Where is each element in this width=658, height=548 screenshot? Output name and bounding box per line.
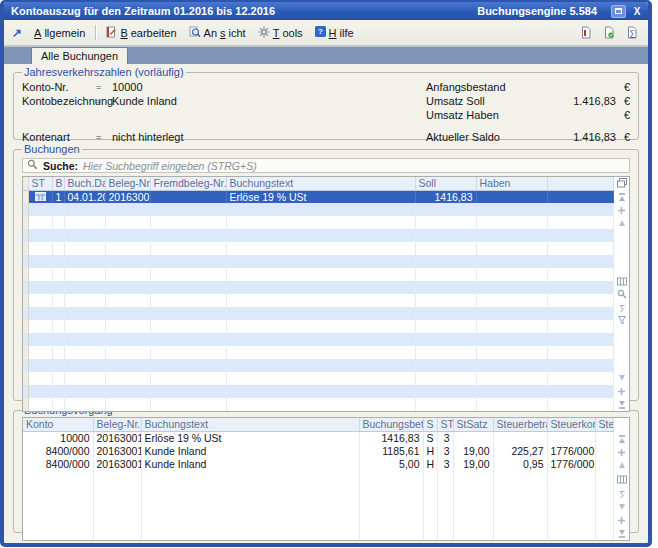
- maximize-icon: [615, 8, 622, 14]
- copy-icon[interactable]: [616, 178, 627, 188]
- tabstrip: Alle Buchungen: [4, 46, 648, 64]
- jahresverkehrszahlen-group: Jahresverkehrszahlen (vorläufig) Konto-N…: [13, 66, 639, 140]
- empty-row: [23, 346, 614, 359]
- jump-top-icon[interactable]: [616, 434, 627, 444]
- empty-row: [23, 268, 614, 281]
- vorgang-row[interactable]: 8400/000 20163001 Kunde Inland 1185,61 H…: [23, 444, 614, 457]
- jump-bottom-icon[interactable]: [616, 528, 627, 538]
- menu-bearbeiten[interactable]: Bearbeiten: [100, 24, 182, 42]
- menubar: ↗ Allgemein Bearbeiten Ansicht Tools ? H…: [4, 20, 648, 46]
- close-button[interactable]: X: [631, 6, 643, 17]
- field-umsatz-soll: Umsatz Soll1.416,83€: [426, 94, 630, 108]
- cell-soll: 1416,83: [415, 190, 476, 203]
- empty-row: [23, 333, 614, 346]
- empty-row: [23, 398, 614, 411]
- jump-top-icon[interactable]: [616, 192, 627, 202]
- append-row-icon[interactable]: [616, 386, 627, 396]
- search-bar[interactable]: Suche: Hier Suchbegriff eingeben (STRG+S…: [22, 158, 630, 173]
- col-header-s[interactable]: S: [423, 418, 437, 431]
- tab-alle-buchungen[interactable]: Alle Buchungen: [31, 47, 128, 64]
- vorgang-row[interactable]: 8400/000 20163001 Kunde Inland 5,00 H 3 …: [23, 457, 614, 470]
- empty-row: [23, 229, 614, 242]
- zoom-icon[interactable]: [616, 289, 627, 299]
- insert-row-icon[interactable]: [616, 447, 627, 457]
- empty-row: [23, 294, 614, 307]
- col-header-st2[interactable]: ST: [437, 418, 453, 431]
- app-name: Buchungsengine 5.584: [477, 5, 597, 17]
- move-down-icon[interactable]: [616, 373, 627, 383]
- col-header-st[interactable]: ST: [28, 177, 52, 190]
- col-header-buchungstext2[interactable]: Buchungstext: [141, 418, 359, 431]
- sum-icon[interactable]: ∑: [616, 302, 627, 312]
- window-title: Kontoauszug für den Zeitraum 01.2016 bis…: [11, 5, 477, 17]
- svg-text:∑: ∑: [619, 488, 625, 498]
- jahresverkehrszahlen-legend: Jahresverkehrszahlen (vorläufig): [22, 66, 186, 78]
- equals-glyph: =: [96, 96, 112, 106]
- vorgang-row[interactable]: 10000 20163001 Erlöse 19 % USt 1416,83 S…: [23, 431, 614, 444]
- col-header-fremdbeleg-nr[interactable]: Fremdbeleg-Nr.: [150, 177, 226, 190]
- move-up-icon[interactable]: [616, 460, 627, 470]
- field-umsatz-haben: Umsatz Haben€: [426, 108, 630, 122]
- append-row-icon[interactable]: [616, 515, 627, 525]
- empty-row: [23, 307, 614, 320]
- help-icon: ?: [315, 26, 326, 39]
- menu-tools[interactable]: Tools: [252, 24, 309, 42]
- buchungen-group: Buchungen Suche: Hier Suchbegriff eingeb…: [13, 143, 639, 401]
- move-up-icon[interactable]: [616, 218, 627, 228]
- export-check-icon[interactable]: [601, 26, 617, 40]
- col-header-b[interactable]: B: [52, 177, 64, 190]
- buchungen-header-row: ST B Buch.Dat. Beleg-Nr. Fremdbeleg-Nr. …: [23, 177, 614, 190]
- buchungsvorgang-group: Buchungsvorgang Konto Beleg-Nr. Buchungs…: [13, 404, 639, 533]
- buchungen-legend: Buchungen: [22, 143, 82, 155]
- empty-row: [23, 372, 614, 385]
- menu-hilfe[interactable]: ? Hilfe: [309, 24, 360, 41]
- buchungsvorgang-table: Konto Beleg-Nr. Buchungstext Buchungsbet…: [22, 417, 630, 541]
- col-header-soll[interactable]: Soll: [415, 177, 476, 190]
- empty-row: [23, 216, 614, 229]
- svg-text:?: ?: [318, 27, 323, 36]
- empty-row: [23, 255, 614, 268]
- col-header-haben[interactable]: Haben: [476, 177, 547, 190]
- sum-icon[interactable]: ∑: [616, 488, 627, 498]
- columns-icon[interactable]: [616, 475, 627, 485]
- report-icon[interactable]: [578, 26, 594, 40]
- menu-ansicht[interactable]: Ansicht: [183, 24, 252, 42]
- filter-icon[interactable]: [616, 315, 627, 325]
- table-side-toolbar: ∑: [614, 418, 629, 540]
- buchungen-table: ST B Buch.Dat. Beleg-Nr. Fremdbeleg-Nr. …: [22, 176, 630, 412]
- search-input[interactable]: Hier Suchbegriff eingeben (STRG+S): [83, 160, 257, 172]
- empty-row: [23, 281, 614, 294]
- col-header-stsatz[interactable]: StSatz: [453, 418, 493, 431]
- content-area: Jahresverkehrszahlen (vorläufig) Konto-N…: [4, 64, 648, 543]
- maximize-button[interactable]: [611, 5, 626, 18]
- col-header-beleg-nr[interactable]: Beleg-Nr.: [105, 177, 150, 190]
- cell-b: 1: [52, 190, 64, 203]
- col-header-steuerkonto1[interactable]: Steuerkonto 1: [547, 418, 595, 431]
- columns-icon[interactable]: [616, 276, 627, 286]
- arrow-ne-icon[interactable]: ↗: [12, 26, 22, 40]
- field-aktueller-saldo: Aktueller Saldo1.416,83€: [426, 130, 630, 144]
- gear-icon: [258, 26, 270, 40]
- col-header-buchungsbetrag[interactable]: Buchungsbetrag: [359, 418, 423, 431]
- equals-glyph: =: [96, 82, 112, 92]
- col-header-konto[interactable]: Konto: [23, 418, 93, 431]
- col-header-buch-dat[interactable]: Buch.Dat.: [64, 177, 105, 190]
- col-header-steuerbetrag[interactable]: Steuerbetrag: [493, 418, 547, 431]
- field-konto-nr: Konto-Nr.=10000: [22, 80, 369, 94]
- export-sum-icon[interactable]: ∑: [624, 26, 640, 40]
- col-header-empty: [547, 177, 614, 190]
- col-header-buchungstext[interactable]: Buchungstext: [226, 177, 415, 190]
- menu-allgemein[interactable]: Allgemein: [25, 25, 91, 41]
- jump-bottom-icon[interactable]: [616, 399, 627, 409]
- buchungsvorgang-header-row: Konto Beleg-Nr. Buchungstext Buchungsbet…: [23, 418, 614, 431]
- cell-buchungstext: Erlöse 19 % USt: [226, 190, 415, 203]
- insert-row-icon[interactable]: [616, 205, 627, 215]
- empty-row: [23, 203, 614, 216]
- booking-row[interactable]: 1 04.01.2016 20163001 Erlöse 19 % USt 14…: [23, 190, 614, 203]
- col-header-steuerkonto2[interactable]: Steuerkonto 2: [595, 418, 614, 431]
- empty-row: [23, 320, 614, 333]
- empty-row: [23, 242, 614, 255]
- col-header-beleg-nr2[interactable]: Beleg-Nr.: [93, 418, 141, 431]
- search-icon: [27, 159, 38, 172]
- move-down-icon[interactable]: [616, 502, 627, 512]
